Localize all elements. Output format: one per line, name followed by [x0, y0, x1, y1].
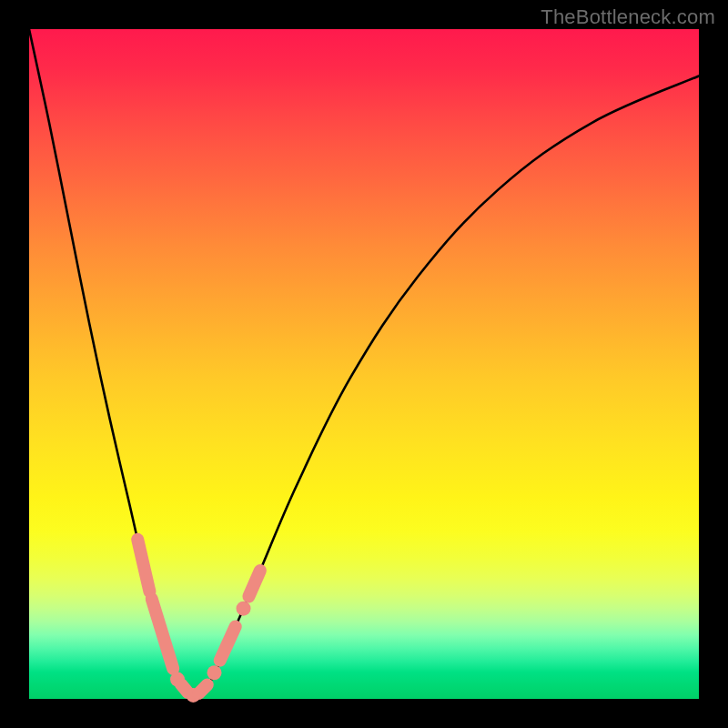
bottleneck-curve — [29, 29, 699, 699]
plot-area — [29, 29, 699, 699]
curve-bead — [137, 540, 149, 592]
curve-bead — [181, 684, 187, 693]
chart-frame: TheBottleneck.com — [0, 0, 728, 728]
curve-layer — [29, 29, 699, 699]
curve-bead — [207, 665, 222, 680]
curve-bead — [237, 602, 251, 616]
curve-bead — [220, 627, 236, 661]
curve-markers — [137, 540, 260, 703]
curve-bead — [198, 685, 207, 694]
curve-bead — [248, 571, 260, 596]
watermark-text: TheBottleneck.com — [541, 5, 715, 29]
curve-bead — [152, 599, 174, 669]
